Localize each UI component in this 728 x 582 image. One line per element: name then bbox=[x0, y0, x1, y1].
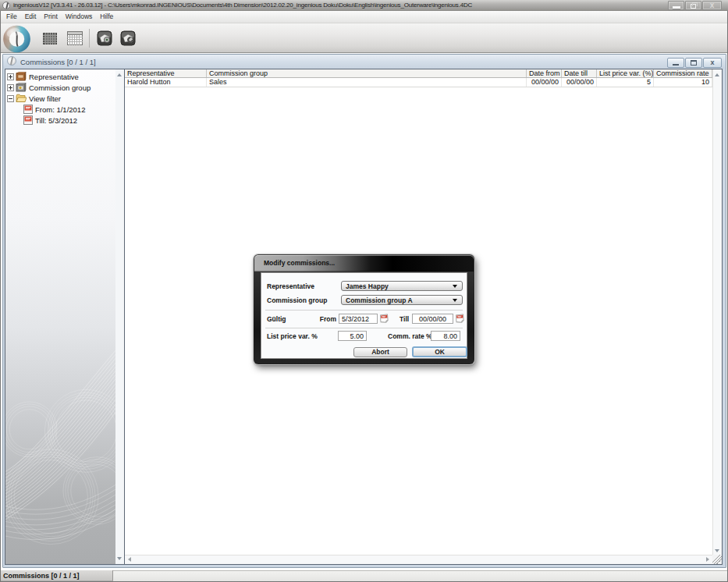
till-date-input[interactable]: 00/00/00 bbox=[412, 314, 453, 324]
app-icon bbox=[2, 2, 10, 9]
list-price-value: 5.00 bbox=[339, 332, 366, 340]
table-vertical-scrollbar[interactable] bbox=[712, 69, 722, 555]
mdi-area: Commissions [0 / 1 / 1] x bbox=[1, 53, 727, 570]
cell-representative: Harold Hutton bbox=[125, 78, 207, 87]
tree-item-label: Till: 5/3/2012 bbox=[35, 116, 77, 125]
from-date-input[interactable]: 5/3/2012 bbox=[339, 314, 378, 324]
tree-item-view-filter[interactable]: View filter bbox=[5, 93, 115, 104]
till-calendar-button[interactable] bbox=[455, 314, 464, 324]
representative-dropdown[interactable]: James Happy bbox=[341, 281, 463, 291]
tree-item-from-date[interactable]: From: 1/1/2012 bbox=[5, 104, 115, 115]
folder-icon bbox=[16, 94, 27, 103]
app-titlebar[interactable]: ingeniousV12 [V3.3.41 - 26.03.12] - C:\U… bbox=[0, 0, 728, 11]
child-close-button[interactable]: x bbox=[703, 58, 722, 68]
tree-item-label: Commission group bbox=[29, 83, 91, 92]
col-date-till[interactable]: Date till bbox=[562, 69, 597, 77]
child-maximize-icon bbox=[691, 60, 697, 66]
separator bbox=[265, 328, 463, 328]
scroll-up-icon[interactable] bbox=[715, 73, 719, 76]
scroll-right-icon[interactable] bbox=[706, 557, 709, 562]
abort-button[interactable]: Abort bbox=[353, 347, 407, 357]
commission-group-icon bbox=[16, 83, 27, 92]
chevron-down-icon bbox=[453, 285, 457, 288]
date-filter-icon bbox=[23, 115, 33, 125]
representative-label: Representative bbox=[267, 282, 314, 290]
from-calendar-button[interactable] bbox=[379, 314, 389, 324]
tree-item-till-date[interactable]: Till: 5/3/2012 bbox=[5, 115, 115, 126]
child-minimize-button[interactable] bbox=[667, 58, 684, 68]
col-commission-group[interactable]: Commission group bbox=[207, 69, 527, 77]
scroll-down-icon[interactable] bbox=[715, 549, 719, 552]
commissions-window-icon bbox=[7, 56, 16, 66]
window-list-bar: Commissions [0 / 1 / 1] bbox=[0, 570, 728, 582]
dialog-title: Modify commissions... bbox=[264, 259, 335, 267]
cell-commission-rate: 10 bbox=[654, 78, 712, 87]
resize-grip[interactable] bbox=[712, 555, 722, 564]
dialog-body: Representative James Happy Commission gr… bbox=[261, 272, 467, 359]
tree-item-commission-group[interactable]: Commission group bbox=[5, 82, 115, 93]
till-date-value: 00/00/00 bbox=[413, 315, 453, 323]
from-label: From bbox=[316, 315, 336, 323]
list-price-input[interactable]: 5.00 bbox=[338, 331, 367, 341]
representative-icon bbox=[16, 72, 27, 81]
toolbar-separator bbox=[89, 29, 90, 48]
toolbar bbox=[1, 23, 727, 53]
menu-hilfe[interactable]: Hilfe bbox=[96, 11, 117, 23]
tree-item-representative[interactable]: Representative bbox=[5, 71, 115, 82]
restore-icon bbox=[691, 4, 696, 9]
col-commission-rate[interactable]: Commission rate bbox=[654, 69, 712, 77]
chevron-down-icon bbox=[453, 299, 457, 302]
menu-file[interactable]: File bbox=[2, 11, 21, 23]
separator bbox=[265, 310, 463, 311]
expand-icon[interactable] bbox=[7, 73, 14, 80]
dialog-titlebar[interactable]: Modify commissions... bbox=[254, 255, 474, 271]
tree-scrollbar[interactable] bbox=[115, 69, 125, 564]
comm-rate-label: Comm. rate % bbox=[388, 332, 432, 340]
comm-rate-input[interactable]: 8.00 bbox=[431, 331, 460, 341]
child-close-icon: x bbox=[710, 59, 714, 66]
cell-date-till: 00/00/00 bbox=[562, 78, 597, 87]
cell-commission-group: Sales bbox=[207, 78, 527, 87]
col-list-price-var[interactable]: List price var. (%) bbox=[597, 69, 654, 77]
table-horizontal-scrollbar[interactable] bbox=[125, 555, 712, 564]
col-date-from[interactable]: Date from bbox=[527, 69, 562, 77]
close-button[interactable]: x bbox=[702, 1, 722, 10]
scroll-up-icon[interactable] bbox=[117, 73, 122, 76]
cell-date-from: 00/00/00 bbox=[527, 78, 562, 87]
scroll-left-icon[interactable] bbox=[128, 557, 131, 562]
collapse-icon[interactable] bbox=[7, 95, 14, 102]
task-tab-label: Commissions [0 / 1 / 1] bbox=[3, 572, 80, 580]
cell-list-price-var: 5 bbox=[597, 78, 654, 87]
close-icon: x bbox=[710, 2, 715, 9]
print-icon[interactable] bbox=[97, 30, 112, 46]
calendar-table-icon[interactable] bbox=[67, 31, 83, 45]
app-title: ingeniousV12 [V3.3.41 - 26.03.12] - C:\U… bbox=[13, 2, 472, 9]
brand-logo bbox=[2, 25, 31, 53]
minimize-button[interactable] bbox=[668, 1, 684, 10]
expand-icon[interactable] bbox=[7, 84, 14, 91]
commission-group-dropdown[interactable]: Commission group A bbox=[341, 295, 463, 305]
menu-bar: File Edit Print Windows Hilfe bbox=[1, 11, 727, 23]
grid-table-icon[interactable] bbox=[43, 33, 57, 44]
table-row[interactable]: Harold Hutton Sales 00/00/00 00/00/00 5 … bbox=[125, 78, 712, 87]
comm-rate-value: 8.00 bbox=[431, 332, 460, 340]
commissions-titlebar[interactable]: Commissions [0 / 1 / 1] x bbox=[3, 55, 726, 69]
menu-edit[interactable]: Edit bbox=[21, 11, 41, 23]
child-maximize-button[interactable] bbox=[685, 58, 702, 68]
valid-label: Gültig bbox=[267, 315, 286, 323]
date-filter-icon bbox=[23, 105, 33, 114]
col-representative[interactable]: Representative bbox=[125, 69, 207, 77]
ok-button[interactable]: OK bbox=[412, 346, 467, 357]
menu-windows[interactable]: Windows bbox=[62, 11, 96, 23]
commissions-task-tab[interactable]: Commissions [0 / 1 / 1] bbox=[0, 570, 113, 581]
from-date-value: 5/3/2012 bbox=[342, 315, 377, 323]
table-header: Representative Commission group Date fro… bbox=[125, 69, 712, 78]
menu-print[interactable]: Print bbox=[40, 11, 61, 23]
scroll-down-icon[interactable] bbox=[117, 557, 122, 560]
print-settings-icon[interactable] bbox=[120, 30, 136, 46]
filter-tree: Representative Commission grou bbox=[5, 69, 115, 564]
commission-group-label: Commission group bbox=[267, 296, 327, 304]
restore-button[interactable] bbox=[685, 1, 701, 10]
brand-watermark bbox=[5, 316, 115, 564]
app-window: ingeniousV12 [V3.3.41 - 26.03.12] - C:\U… bbox=[0, 0, 728, 582]
